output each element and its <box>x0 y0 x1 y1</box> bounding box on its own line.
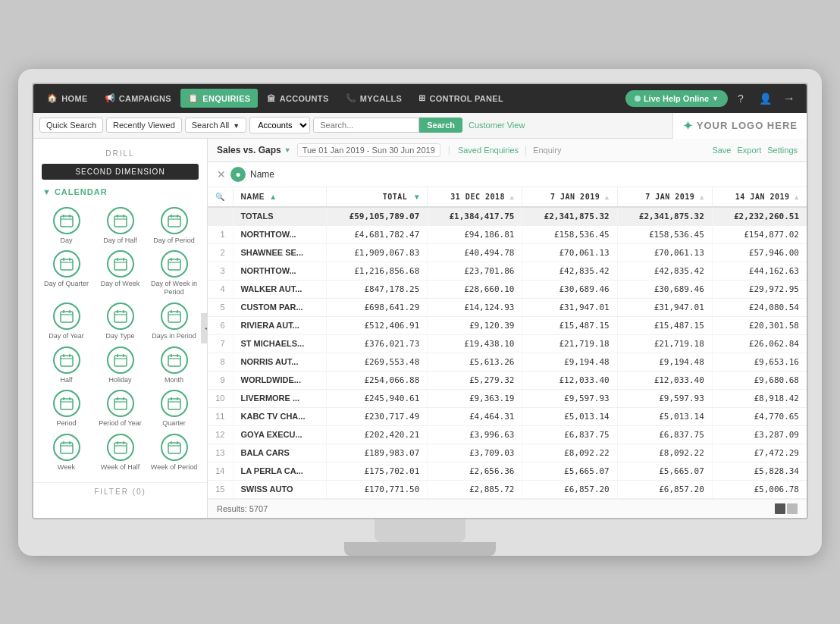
row-jan14: £20,301.58 <box>712 316 807 334</box>
accounts-dropdown[interactable]: Accounts <box>249 117 310 133</box>
user-button[interactable]: 👤 <box>754 87 776 110</box>
user-icon: 👤 <box>759 93 772 105</box>
row-name: CUSTOM PAR... <box>233 298 327 316</box>
calendar-item-half[interactable]: Half <box>42 346 90 384</box>
row-dec31: £3,996.63 <box>428 425 522 444</box>
customer-view-button[interactable]: Customer View <box>469 121 525 130</box>
date-range[interactable]: Tue 01 Jan 2019 - Sun 30 Jun 2019 <box>297 143 440 157</box>
search-all-button[interactable]: Search All ▼ <box>185 118 247 133</box>
th-jan7a[interactable]: 7 JAN 2019 ▲ <box>522 187 617 207</box>
th-total[interactable]: TOTAL ▼ <box>327 187 428 207</box>
th-name[interactable]: NAME ▲ <box>233 187 327 207</box>
row-jan7b: £5,665.07 <box>617 462 712 480</box>
recently-viewed-button[interactable]: Recently Viewed <box>106 118 182 133</box>
help-button[interactable]: ? <box>729 87 752 110</box>
filter-x-button[interactable]: ✕ <box>217 168 226 180</box>
second-dimension-button[interactable]: SECOND DIMENSION <box>42 164 198 180</box>
row-dec31: £4,464.31 <box>428 407 522 425</box>
quick-search-button[interactable]: Quick Search <box>39 118 103 133</box>
svg-rect-48 <box>61 399 73 409</box>
calendar-item-quarter[interactable]: Quarter <box>150 390 198 428</box>
filter-circle-button[interactable]: ● <box>230 167 246 182</box>
calendar-item-day-of-half[interactable]: Day of Half <box>96 207 144 245</box>
row-jan7a: £30,689.46 <box>522 280 617 298</box>
results-bar: Results: 5707 <box>208 499 807 518</box>
enquiry-button[interactable]: Enquiry <box>533 146 561 155</box>
svg-rect-0 <box>61 216 73 227</box>
nav-accounts[interactable]: 🏛 ACCOUNTS <box>259 89 336 108</box>
table-row: 3 NORTHTOW... £1,216,856.68 £23,701.86 £… <box>208 262 807 280</box>
search-input[interactable] <box>313 118 419 133</box>
half-icon <box>53 346 80 374</box>
th-jan7b[interactable]: 7 JAN 2019 ▲ <box>617 187 712 207</box>
row-dec31: £94,186.81 <box>428 225 522 243</box>
calendar-item-holiday[interactable]: Holiday <box>96 346 144 384</box>
nav-home[interactable]: 🏠 HOME <box>39 89 96 108</box>
svg-rect-44 <box>168 356 180 366</box>
row-num: 14 <box>208 462 233 480</box>
sidebar-collapse-arrow[interactable]: ◀ <box>201 313 208 343</box>
day-of-quarter-icon <box>53 250 80 278</box>
calendar-item-day[interactable]: Day <box>42 207 90 245</box>
row-jan7a: £5,013.14 <box>522 407 617 425</box>
report-title-arrow-icon: ▼ <box>284 146 291 154</box>
grid-icon-2[interactable] <box>787 503 798 514</box>
calendar-item-day-of-week-in-period[interactable]: Day of Week in Period <box>150 250 198 296</box>
separator: | <box>447 145 452 155</box>
th-dec31[interactable]: 31 DEC 2018 ▲ <box>428 187 522 207</box>
calendar-item-period[interactable]: Period <box>42 390 90 428</box>
calendar-item-day-of-period[interactable]: Day of Period <box>150 207 198 245</box>
name-sort-arrow-icon: ▲ <box>269 193 277 201</box>
day-of-year-icon <box>53 303 80 330</box>
nav-enquiries[interactable]: 📋 ENQUIRIES <box>180 89 259 108</box>
table-row: 2 SHAWNEE SE... £1,909,067.83 £40,494.78… <box>208 243 807 262</box>
row-dec31: £14,124.93 <box>428 298 522 316</box>
live-help-button[interactable]: Live Help Online ▼ <box>625 90 728 107</box>
export-button[interactable]: Export <box>737 146 761 155</box>
row-jan7a: £6,857.20 <box>522 480 617 498</box>
table-row: 14 LA PERLA CA... £175,702.01 £2,656.36 … <box>208 462 807 480</box>
row-dec31: £40,494.78 <box>428 243 522 262</box>
th-search[interactable]: 🔍 <box>208 187 233 207</box>
svg-rect-64 <box>114 443 127 453</box>
row-jan7b: £12,033.40 <box>617 371 712 389</box>
nav-campaigns[interactable]: 📢 CAMPAIGNS <box>97 89 179 108</box>
mycalls-icon: 📞 <box>346 93 356 103</box>
week-of-half-label: Week of Half <box>101 463 139 472</box>
calendar-item-day-of-quarter[interactable]: Day of Quarter <box>42 250 90 296</box>
save-button[interactable]: Save <box>712 146 731 155</box>
days-in-period-icon <box>161 303 188 330</box>
row-name: KABC TV CHA... <box>233 407 327 425</box>
nav-mycalls[interactable]: 📞 MYCALLS <box>338 89 410 108</box>
calendar-item-week-of-period[interactable]: Week of Period <box>150 434 198 472</box>
calendar-item-day-type[interactable]: Day Type <box>96 303 144 340</box>
th-jan14[interactable]: 14 JAN 2019 ▲ <box>712 187 807 207</box>
nav-control-panel[interactable]: ⊞ CONTROL PANEL <box>411 89 511 108</box>
settings-button[interactable]: Settings <box>767 146 798 155</box>
svg-rect-24 <box>61 312 73 322</box>
table-container[interactable]: 🔍 NAME ▲ TOTAL ▼ <box>208 187 807 499</box>
calendar-item-days-in-period[interactable]: Days in Period <box>150 303 198 340</box>
calendar-item-day-of-week[interactable]: Day of Week <box>96 250 144 296</box>
calendar-item-day-of-year[interactable]: Day of Year <box>42 303 90 340</box>
row-jan7a: £9,597.93 <box>522 389 617 407</box>
table-row: 9 WORLDWIDE... £254,066.88 £5,279.32 £12… <box>208 371 807 389</box>
grid-icon-1[interactable] <box>775 503 785 514</box>
row-jan7b: £31,947.01 <box>617 298 712 316</box>
calendar-item-period-of-year[interactable]: Period of Year <box>96 390 144 428</box>
calendar-item-week[interactable]: Week <box>42 434 90 472</box>
logout-button[interactable]: → <box>778 87 801 110</box>
calendar-collapse-button[interactable]: ▼ CALENDAR <box>33 183 117 201</box>
table-row: 13 BALA CARS £189,983.07 £3,709.03 £8,09… <box>208 444 807 462</box>
row-jan14: £24,080.54 <box>712 298 807 316</box>
row-dec31: £2,656.36 <box>428 462 522 480</box>
search-button[interactable]: Search <box>419 118 462 133</box>
saved-enquiries-button[interactable]: Saved Enquiries <box>458 146 519 155</box>
week-icon <box>53 434 80 461</box>
calendar-item-week-of-half[interactable]: Week of Half <box>96 434 144 472</box>
calendar-item-month[interactable]: Month <box>150 346 198 384</box>
row-jan7b: £21,719.18 <box>617 334 712 353</box>
row-jan7a: £31,947.01 <box>522 298 617 316</box>
row-num: 9 <box>208 371 233 389</box>
day-of-week-in-period-label: Day of Week in Period <box>150 280 198 296</box>
